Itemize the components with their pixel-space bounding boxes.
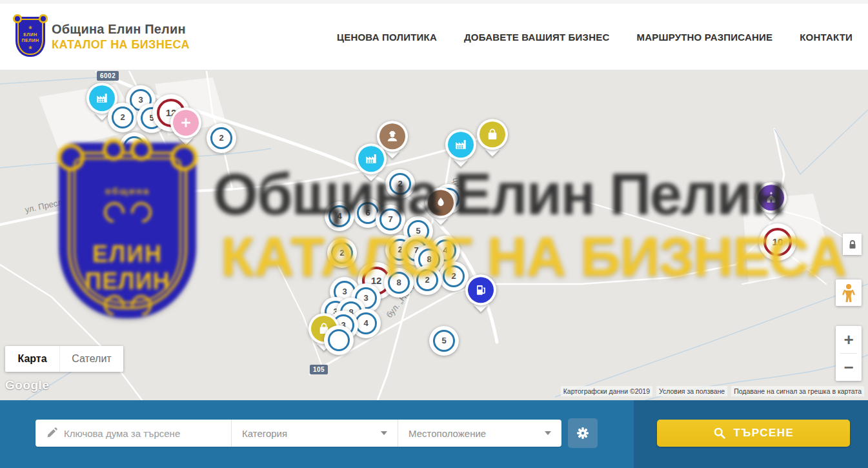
cluster-marker[interactable]: 10 bbox=[759, 223, 796, 261]
factory-pin-marker[interactable] bbox=[445, 129, 476, 160]
search-bar-left: Категория Местоположение bbox=[0, 400, 634, 468]
site-title: Община Елин Пелин bbox=[52, 22, 190, 37]
factory-icon bbox=[364, 152, 378, 166]
bag-pin-marker[interactable] bbox=[477, 119, 508, 150]
cluster-marker[interactable]: 5 bbox=[429, 326, 459, 356]
cluster-marker[interactable]: 8 bbox=[384, 268, 414, 298]
bag-icon bbox=[485, 127, 500, 141]
zoom-in-button[interactable]: + bbox=[836, 326, 862, 353]
cluster-marker[interactable]: 2 bbox=[412, 265, 442, 295]
fuel-pin-marker[interactable] bbox=[465, 274, 496, 305]
cluster-marker[interactable]: 2 bbox=[108, 103, 137, 132]
map-type-control: Карта Сателит bbox=[5, 346, 123, 372]
google-logo[interactable]: Google bbox=[5, 378, 49, 392]
gear-icon bbox=[576, 426, 590, 440]
search-bar-right: ТЪРСЕНЕ bbox=[634, 400, 868, 468]
pegman-icon bbox=[842, 283, 856, 303]
map-view-button[interactable]: Карта bbox=[5, 346, 59, 372]
map-data-copyright: Картографски данни ©2019 bbox=[561, 386, 652, 396]
cluster-marker[interactable]: 2 bbox=[439, 261, 469, 291]
keyword-search-input[interactable] bbox=[64, 428, 231, 439]
header: ❀ ЕЛИН ПЕЛИН ❀ Община Елин Пелин КАТАЛОГ… bbox=[0, 0, 868, 71]
cluster-marker[interactable]: 4 bbox=[325, 201, 354, 231]
chevron-down-icon bbox=[381, 431, 387, 435]
road-number-shield: 6002 bbox=[97, 71, 119, 81]
street-view-pegman-button[interactable] bbox=[836, 280, 862, 306]
cluster-marker[interactable]: 2 bbox=[207, 123, 236, 153]
search-button-label: ТЪРСЕНЕ bbox=[734, 427, 794, 440]
pencil-icon bbox=[46, 427, 57, 439]
report-map-error-link[interactable]: Подаване на сигнал за грешка в картата bbox=[731, 386, 864, 396]
lock-icon bbox=[847, 239, 858, 250]
brand-text: Община Елин Пелин КАТАЛОГ НА БИЗНЕСА bbox=[52, 22, 190, 52]
zoom-control: + − bbox=[836, 326, 862, 381]
terms-of-use-link[interactable]: Условия за ползване bbox=[656, 386, 727, 396]
cluster-marker[interactable] bbox=[119, 132, 149, 162]
cluster-marker[interactable]: 2 bbox=[327, 238, 357, 268]
main-nav: ЦЕНОВА ПОЛИТИКА ДОБАВЕТЕ ВАШИЯТ БИЗНЕС М… bbox=[337, 32, 853, 43]
flame-pin-marker[interactable] bbox=[425, 187, 456, 218]
lock-button[interactable] bbox=[843, 234, 862, 255]
nav-pricing-policy[interactable]: ЦЕНОВА ПОЛИТИКА bbox=[337, 32, 437, 43]
chevron-down-icon bbox=[545, 431, 551, 435]
search-bar: Категория Местоположение bbox=[0, 400, 868, 468]
cluster-marker[interactable]: 2 bbox=[385, 169, 415, 199]
nav-route-schedule[interactable]: МАРШРУТНО РАЗПИСАНИЕ bbox=[636, 32, 772, 43]
fuel-icon bbox=[474, 283, 488, 297]
cluster-marker[interactable]: 7 bbox=[376, 205, 405, 234]
flame-icon bbox=[434, 196, 448, 210]
keyword-segment[interactable] bbox=[35, 420, 231, 447]
factory-icon bbox=[454, 137, 468, 152]
search-icon bbox=[713, 427, 726, 440]
municipality-logo-icon: ❀ ЕЛИН ПЕЛИН ❀ bbox=[15, 17, 45, 57]
worker-icon bbox=[385, 129, 399, 143]
brand[interactable]: ❀ ЕЛИН ПЕЛИН ❀ Община Елин Пелин КАТАЛОГ… bbox=[15, 17, 190, 57]
category-dropdown[interactable]: Категория bbox=[231, 420, 398, 447]
category-dropdown-label: Категория bbox=[242, 428, 381, 439]
church-pin-marker[interactable] bbox=[756, 182, 787, 213]
church-icon bbox=[764, 190, 778, 205]
factory-pin-marker[interactable] bbox=[356, 143, 387, 174]
plus-icon bbox=[179, 116, 193, 130]
search-box: Категория Местоположение bbox=[35, 420, 561, 447]
google-map[interactable]: 6002105ул. Преславбул. „Новоселци 325122… bbox=[0, 71, 868, 400]
location-dropdown[interactable]: Местоположение bbox=[398, 420, 561, 447]
cluster-marker[interactable] bbox=[324, 325, 354, 355]
advanced-settings-button[interactable] bbox=[568, 418, 598, 448]
location-dropdown-label: Местоположение bbox=[409, 428, 545, 439]
satellite-view-button[interactable]: Сателит bbox=[59, 346, 123, 372]
road-number-shield: 105 bbox=[310, 365, 328, 374]
search-button[interactable]: ТЪРСЕНЕ bbox=[657, 420, 850, 447]
site-subtitle: КАТАЛОГ НА БИЗНЕСА bbox=[52, 38, 190, 52]
factory-icon bbox=[95, 91, 109, 105]
business-catalog-page: ❀ ЕЛИН ПЕЛИН ❀ Община Елин Пелин КАТАЛОГ… bbox=[0, 0, 868, 468]
nav-add-your-business[interactable]: ДОБАВЕТЕ ВАШИЯТ БИЗНЕС bbox=[464, 32, 609, 43]
plus-pin-marker[interactable] bbox=[170, 107, 201, 138]
zoom-out-button[interactable]: − bbox=[836, 354, 862, 381]
map-attribution: Картографски данни ©2019 Условия за полз… bbox=[561, 386, 864, 396]
nav-contacts[interactable]: КОНТАКТИ bbox=[800, 32, 853, 43]
